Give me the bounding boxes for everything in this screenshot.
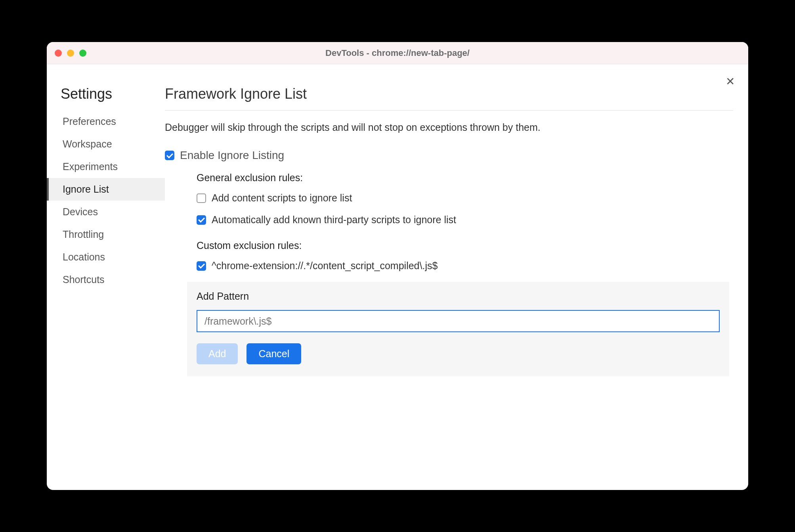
cancel-button[interactable]: Cancel xyxy=(247,343,301,364)
sidebar-item-shortcuts[interactable]: Shortcuts xyxy=(47,268,165,291)
custom-exclusion-section: Custom exclusion rules: ^chrome-extensio… xyxy=(197,240,733,376)
pattern-input[interactable] xyxy=(197,310,720,332)
add-pattern-buttons: Add Cancel xyxy=(197,343,720,364)
maximize-window-button[interactable] xyxy=(79,50,86,57)
general-rule-label: Automatically add known third-party scri… xyxy=(212,214,456,226)
general-rule-row: Automatically add known third-party scri… xyxy=(197,214,733,226)
sidebar-item-experiments[interactable]: Experiments xyxy=(47,155,165,178)
custom-exclusion-title: Custom exclusion rules: xyxy=(197,240,733,251)
add-pattern-section: Add Pattern Add Cancel xyxy=(187,282,729,376)
settings-sidebar: Settings PreferencesWorkspaceExperiments… xyxy=(47,64,165,490)
sidebar-item-locations[interactable]: Locations xyxy=(47,246,165,268)
settings-content: ✕ Settings PreferencesWorkspaceExperimen… xyxy=(47,64,748,490)
sidebar-item-throttling[interactable]: Throttling xyxy=(47,223,165,246)
enable-ignore-listing-label: Enable Ignore Listing xyxy=(180,149,284,162)
sidebar-item-workspace[interactable]: Workspace xyxy=(47,133,165,155)
traffic-lights xyxy=(55,50,86,57)
add-pattern-title: Add Pattern xyxy=(197,291,720,302)
custom-rule-row: ^chrome-extension://.*/content_script_co… xyxy=(197,260,733,272)
devtools-settings-window: DevTools - chrome://new-tab-page/ ✕ Sett… xyxy=(47,42,748,490)
close-icon[interactable]: ✕ xyxy=(726,76,735,87)
general-rule-label: Add content scripts to ignore list xyxy=(212,192,352,204)
sidebar-item-ignore-list[interactable]: Ignore List xyxy=(47,178,165,201)
general-rule-checkbox[interactable] xyxy=(197,193,206,203)
general-exclusion-title: General exclusion rules: xyxy=(197,172,733,184)
custom-rule-label: ^chrome-extension://.*/content_script_co… xyxy=(212,260,438,272)
page-title: Framework Ignore List xyxy=(165,86,733,111)
add-button[interactable]: Add xyxy=(197,343,238,364)
window-title: DevTools - chrome://new-tab-page/ xyxy=(325,48,470,58)
settings-main-panel: Framework Ignore List Debugger will skip… xyxy=(165,64,748,490)
general-rule-row: Add content scripts to ignore list xyxy=(197,192,733,204)
general-exclusion-section: General exclusion rules: Add content scr… xyxy=(197,172,733,226)
window-titlebar: DevTools - chrome://new-tab-page/ xyxy=(47,42,748,64)
enable-ignore-listing-row: Enable Ignore Listing xyxy=(165,149,733,162)
custom-rule-checkbox[interactable] xyxy=(197,261,206,271)
enable-ignore-listing-checkbox[interactable] xyxy=(165,151,174,160)
sidebar-item-preferences[interactable]: Preferences xyxy=(47,110,165,133)
sidebar-item-devices[interactable]: Devices xyxy=(47,201,165,223)
minimize-window-button[interactable] xyxy=(67,50,74,57)
page-description: Debugger will skip through the scripts a… xyxy=(165,122,733,133)
general-rule-checkbox[interactable] xyxy=(197,215,206,225)
close-window-button[interactable] xyxy=(55,50,62,57)
sidebar-title: Settings xyxy=(47,86,165,110)
